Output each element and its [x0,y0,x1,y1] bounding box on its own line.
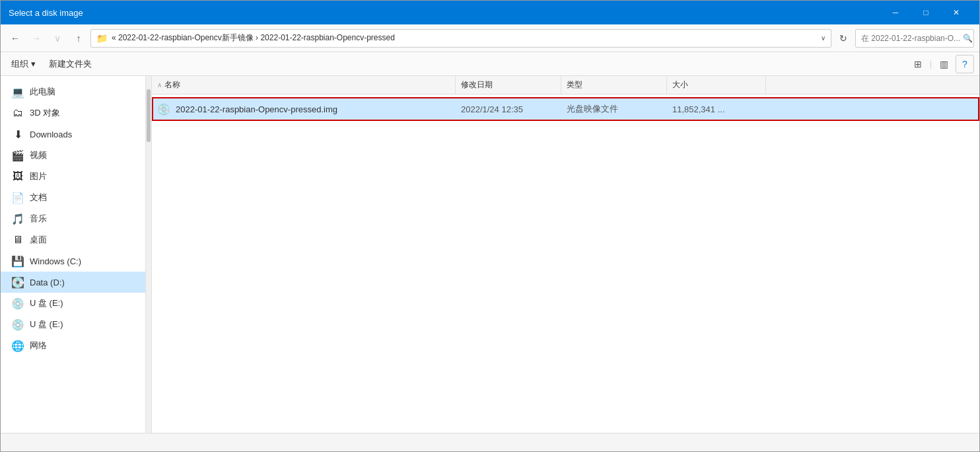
sidebar-item-usb-e1[interactable]: 💿 U 盘 (E:) [1,293,145,314]
view-divider: | [930,59,932,69]
search-icon: 🔍 [963,34,973,43]
sidebar-desktop-icon: 🖥 [11,234,24,246]
sidebar-usb-e1-icon: 💿 [11,297,24,310]
file-date-cell: 2022/1/24 12:35 [456,97,561,121]
title-bar-controls: ─ □ ✕ [880,1,971,24]
sidebar-videos-label: 视频 [30,149,47,161]
organize-button[interactable]: 组织 ▾ [6,55,41,73]
sidebar-music-label: 音乐 [30,213,47,225]
sidebar-this-pc-icon: 💻 [11,86,24,98]
col-type-label: 类型 [567,79,582,91]
sidebar-item-downloads[interactable]: ⬇ Downloads [1,124,145,145]
sidebar-scroll-thumb [147,89,151,142]
status-bar [1,433,979,451]
sidebar-item-documents[interactable]: 📄 文档 [1,187,145,208]
sidebar-desktop-label: 桌面 [30,234,47,246]
col-size-header[interactable]: 大小 [667,76,766,94]
minimize-button[interactable]: ─ [880,1,911,24]
maximize-button[interactable]: □ [911,1,941,24]
sidebar-item-this-pc[interactable]: 💻 此电脑 [1,81,145,102]
address-chevron-icon: ∨ [821,34,825,42]
sort-arrow-icon: ∧ [157,81,162,89]
sidebar-pictures-icon: 🖼 [11,170,24,182]
sidebar-usb-e2-icon: 💿 [11,319,24,331]
sidebar-item-data-d[interactable]: 💽 Data (D:) [1,272,145,293]
sidebar-videos-icon: 🎬 [11,149,24,162]
sidebar-3d-objects-label: 3D 对象 [30,107,60,119]
col-size-label: 大小 [672,79,688,91]
sidebar-this-pc-label: 此电脑 [30,86,55,98]
file-icon: 💿 [157,103,170,116]
sidebar-documents-label: 文档 [30,192,47,204]
file-name-text: 2022-01-22-raspbian-Opencv-pressed.img [176,104,337,114]
forward-button[interactable]: → [27,29,46,48]
back-button[interactable]: ← [6,29,24,48]
title-bar-text: Select a disk image [9,8,880,18]
sidebar-item-usb-e2[interactable]: 💿 U 盘 (E:) [1,314,145,335]
sidebar-item-windows-c[interactable]: 💾 Windows (C:) [1,250,145,272]
sidebar-3d-objects-icon: 🗂 [11,107,24,119]
main-area: 💻 此电脑 🗂 3D 对象 ⬇ Downloads 🎬 视频 🖼 图片 📄 文档… [1,76,979,433]
sidebar-item-videos[interactable]: 🎬 视频 [1,145,145,166]
col-date-label: 修改日期 [461,79,493,91]
sidebar-usb-e2-label: U 盘 (E:) [30,319,63,330]
col-date-header[interactable]: 修改日期 [456,76,561,94]
close-button[interactable]: ✕ [941,1,971,24]
col-name-header[interactable]: ∧ 名称 [152,76,456,94]
file-dialog-window: Select a disk image ─ □ ✕ ← → ∨ ↑ 📁 « 20… [0,0,980,452]
col-type-header[interactable]: 类型 [561,76,667,94]
sidebar-data-d-label: Data (D:) [30,278,65,287]
sidebar-music-icon: 🎵 [11,213,24,225]
address-bar[interactable]: 📁 « 2022-01-22-raspbian-Opencv新手镜像 › 202… [90,29,831,48]
sidebar-documents-icon: 📄 [11,192,24,204]
sidebar-scrollbar[interactable] [146,76,151,433]
sidebar-item-network[interactable]: 🌐 网络 [1,335,145,356]
nav-dropdown-button[interactable]: ∨ [48,29,67,48]
sidebar-downloads-icon: ⬇ [11,128,24,141]
sidebar-downloads-label: Downloads [30,130,72,139]
search-box[interactable]: 🔍 [855,29,974,48]
sidebar: 💻 此电脑 🗂 3D 对象 ⬇ Downloads 🎬 视频 🖼 图片 📄 文档… [1,76,146,433]
view-panel-button[interactable]: ▥ [934,55,953,73]
sidebar-item-pictures[interactable]: 🖼 图片 [1,166,145,187]
file-size-cell: 11,852,341 ... [667,97,766,121]
file-list: 💿 2022-01-22-raspbian-Opencv-pressed.img… [152,94,979,433]
column-headers: ∧ 名称 修改日期 类型 大小 [152,76,979,94]
sidebar-data-d-icon: 💽 [11,276,24,289]
toolbar-right: ⊞ | ▥ ? [909,55,974,73]
sidebar-pictures-label: 图片 [30,170,47,182]
view-grid-button[interactable]: ⊞ [909,55,927,73]
file-type-cell: 光盘映像文件 [561,97,667,121]
sidebar-item-music[interactable]: 🎵 音乐 [1,208,145,229]
address-text: « 2022-01-22-raspbian-Opencv新手镜像 › 2022-… [112,32,817,44]
col-name-label: 名称 [164,79,180,91]
up-button[interactable]: ↑ [69,29,88,48]
content-area: ∧ 名称 修改日期 类型 大小 💿 2022-01-22-raspbi [152,76,979,433]
sidebar-windows-c-label: Windows (C:) [30,256,81,266]
file-name-cell: 💿 2022-01-22-raspbian-Opencv-pressed.img [152,97,456,121]
sidebar-windows-c-icon: 💾 [11,255,24,268]
new-folder-button[interactable]: 新建文件夹 [44,55,97,73]
sidebar-item-3d-objects[interactable]: 🗂 3D 对象 [1,102,145,124]
title-bar: Select a disk image ─ □ ✕ [1,1,979,24]
sidebar-network-icon: 🌐 [11,340,24,352]
address-folder-icon: 📁 [96,33,108,44]
sidebar-item-desktop[interactable]: 🖥 桌面 [1,229,145,250]
refresh-button[interactable]: ↻ [834,29,853,48]
command-toolbar: 组织 ▾ 新建文件夹 ⊞ | ▥ ? [1,52,979,76]
sidebar-network-label: 网络 [30,340,47,352]
sidebar-usb-e1-label: U 盘 (E:) [30,297,63,309]
table-row[interactable]: 💿 2022-01-22-raspbian-Opencv-pressed.img… [152,97,979,121]
help-button[interactable]: ? [956,55,974,73]
search-input[interactable] [861,34,960,43]
address-toolbar: ← → ∨ ↑ 📁 « 2022-01-22-raspbian-Opencv新手… [1,24,979,52]
